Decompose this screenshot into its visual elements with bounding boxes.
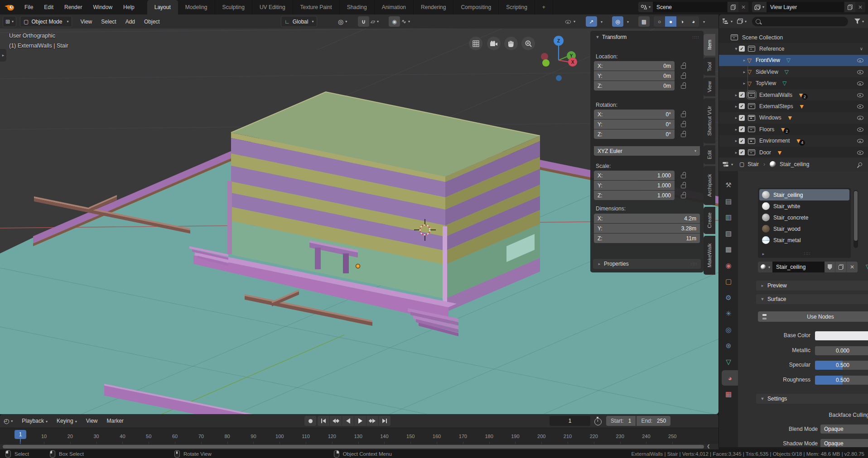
outliner-row-floors[interactable]: ▸✓Floors▼2: [719, 124, 868, 135]
workspace-tab[interactable]: Shading: [340, 0, 375, 14]
hide-eye-icon[interactable]: [857, 149, 864, 156]
hide-eye-icon[interactable]: [857, 126, 864, 133]
hide-eye-icon[interactable]: [857, 69, 864, 75]
properties-tab-material-icon[interactable]: ◕: [722, 370, 738, 386]
outliner-row-externalsteps[interactable]: ▸✓ExternalSteps▼: [719, 100, 868, 112]
surface-panel-header[interactable]: ▼Surface∷∷: [756, 294, 868, 304]
transform-field[interactable]: Z:1.000: [594, 191, 675, 200]
auto-keyframe-stopwatch-icon[interactable]: [594, 418, 602, 425]
play-reverse-button[interactable]: [342, 416, 354, 426]
material-name-field[interactable]: Stair_ceiling: [772, 262, 825, 272]
transform-field[interactable]: Z:0°: [594, 129, 675, 139]
workspace-tab[interactable]: Scripting: [499, 0, 535, 14]
xray-toggle-icon[interactable]: ▩: [638, 16, 650, 27]
gizmo-z-axis[interactable]: Z: [554, 36, 564, 46]
current-frame-field[interactable]: 1: [550, 416, 590, 426]
visibility-dropdown[interactable]: ▾: [564, 19, 575, 25]
view-layer-selector[interactable]: ▾ View Layer ✕: [752, 2, 865, 12]
timeline-menu-item[interactable]: Marker: [102, 418, 128, 424]
topbar-menu-item[interactable]: Window: [87, 0, 118, 14]
viewport-menu-item[interactable]: Select: [96, 19, 121, 25]
jump-to-start-button[interactable]: [318, 416, 329, 426]
properties-subpanel[interactable]: ▸Properties ∷∷: [593, 259, 701, 269]
rotation-mode-dropdown[interactable]: XYZ Euler▾: [594, 146, 700, 156]
surface-field-roughness[interactable]: 0.500: [815, 376, 868, 385]
material-slot-stair_metal[interactable]: Stair_metal: [759, 234, 849, 246]
material-slot-stair_concrete[interactable]: Stair_concrete: [759, 212, 849, 223]
timeline-menu-item[interactable]: Keying▾: [52, 418, 82, 424]
pan-hand-icon[interactable]: [504, 37, 518, 50]
lock-icon[interactable]: [681, 72, 686, 79]
outliner-search-input[interactable]: [752, 17, 848, 26]
transform-panel-disclosure[interactable]: ▼: [595, 35, 600, 39]
preview-panel-header[interactable]: ▸Preview∷∷: [756, 281, 868, 291]
transform-field[interactable]: Y:0°: [594, 119, 675, 129]
scroll-right-chevron[interactable]: ❮: [707, 444, 710, 448]
lock-icon[interactable]: [681, 182, 686, 188]
properties-tab-world-icon[interactable]: ◉: [719, 258, 738, 273]
material-unlink-icon[interactable]: ✕: [846, 262, 858, 272]
transform-field[interactable]: X:0m: [594, 61, 675, 71]
lock-icon[interactable]: [681, 121, 686, 127]
timeline-ruler[interactable]: 1 10203040506070809010011012013014015016…: [0, 428, 719, 444]
pivot-dropdown[interactable]: ◎▾: [338, 18, 347, 25]
workspace-tab[interactable]: Texture Paint: [293, 0, 340, 14]
lock-icon[interactable]: [681, 111, 686, 117]
navigation-gizmo[interactable]: Z Y X: [539, 33, 584, 83]
properties-tab-tool-icon[interactable]: ⚒: [719, 177, 738, 193]
properties-editor-type-icon[interactable]: ▾: [723, 162, 733, 167]
surface-field-metallic[interactable]: 0.000: [815, 346, 868, 355]
surface-field-base-color[interactable]: [815, 331, 868, 340]
surface-field-specular[interactable]: 0.500: [815, 361, 868, 370]
outliner-row-reference[interactable]: ▼✓Reference∨: [719, 43, 868, 54]
outliner-row-externalwalls[interactable]: ▸✓ExternalWalls▼2: [719, 89, 868, 100]
gizmo-y-negative[interactable]: [542, 59, 550, 67]
timeline-menu-item[interactable]: View: [82, 418, 102, 424]
workspace-tab[interactable]: Rendering: [414, 0, 453, 14]
properties-tab-output-icon[interactable]: ▥: [719, 210, 738, 225]
sidebar-tab-create[interactable]: Create: [704, 207, 715, 234]
material-slot-stair_white[interactable]: Stair_white: [759, 200, 849, 212]
play-button[interactable]: [354, 416, 366, 426]
overlays-toggle-icon[interactable]: ◎: [612, 16, 623, 27]
snap-magnet-icon[interactable]: ∪: [358, 16, 369, 27]
lock-icon[interactable]: [681, 131, 686, 137]
hide-eye-icon[interactable]: [857, 80, 864, 86]
timeline-menu-item[interactable]: Playback▾: [17, 418, 52, 424]
topbar-menu-item[interactable]: Edit: [39, 0, 59, 14]
mode-dropdown[interactable]: ▢ Object Mode▾: [20, 16, 72, 27]
shading-solid-icon[interactable]: ●: [665, 16, 676, 27]
properties-tab-object-data-icon[interactable]: ▽: [719, 354, 738, 370]
view-layer-new-icon[interactable]: [844, 2, 855, 12]
timeline-scrollbar[interactable]: ❮: [0, 444, 719, 449]
properties-tab-render-icon[interactable]: ▤: [719, 194, 738, 209]
transform-field[interactable]: Y:0m: [594, 71, 675, 81]
viewport-menu-item[interactable]: Object: [140, 19, 164, 25]
toolbar-expand-arrow[interactable]: ▸: [0, 49, 6, 62]
frame-start-field[interactable]: Start:1: [606, 416, 636, 426]
outliner-row-frontview[interactable]: ▸▽FrontView▽: [719, 55, 868, 66]
fake-user-shield-icon[interactable]: [825, 262, 835, 272]
orientation-dropdown[interactable]: ∟ Global▾: [281, 16, 317, 27]
lock-icon[interactable]: [681, 62, 686, 69]
outliner-row-scene-collection[interactable]: Scene Collection: [719, 32, 868, 43]
properties-tab-scene-icon[interactable]: ▩: [719, 242, 738, 257]
view-layer-icon[interactable]: ▾: [752, 2, 767, 12]
scene-unlink-icon[interactable]: ✕: [738, 2, 748, 12]
lock-icon[interactable]: [681, 82, 686, 89]
sidebar-tab-edit[interactable]: Edit: [704, 145, 715, 164]
next-keyframe-button[interactable]: [366, 416, 378, 426]
viewport-menu-item[interactable]: View: [76, 19, 96, 25]
visibility-checkbox[interactable]: ✓: [739, 103, 745, 109]
transform-field[interactable]: Y:1.000: [594, 181, 675, 190]
gizmos-dropdown[interactable]: ▾: [601, 20, 603, 24]
material-copy-icon[interactable]: [835, 262, 846, 272]
hide-eye-icon[interactable]: [857, 92, 864, 98]
properties-tab-physics-icon[interactable]: ◎: [719, 322, 738, 338]
pin-icon[interactable]: [858, 162, 863, 167]
sidebar-tab-shortcut-vur[interactable]: Shortcut VUr: [704, 98, 715, 143]
prev-keyframe-button[interactable]: [330, 416, 342, 426]
hide-eye-icon[interactable]: [857, 114, 864, 121]
topbar-menu-item[interactable]: Help: [118, 0, 140, 14]
lock-icon[interactable]: [681, 192, 686, 198]
